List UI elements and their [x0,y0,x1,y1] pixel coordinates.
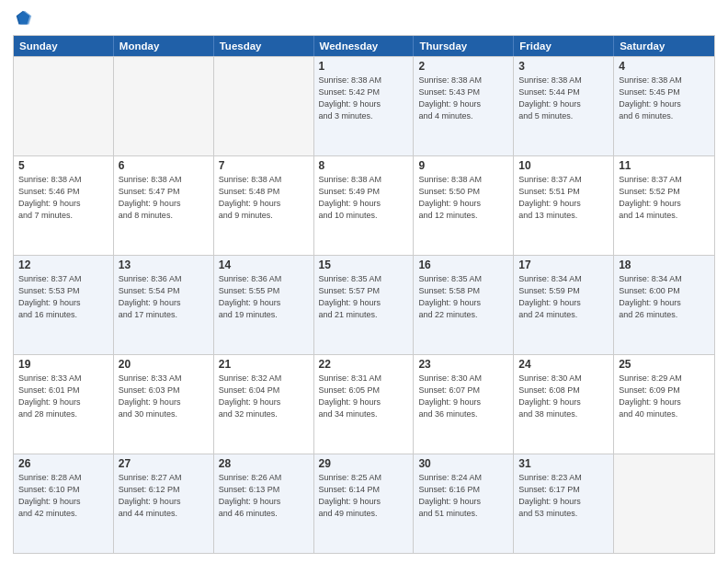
day-info: Sunrise: 8:38 AM Sunset: 5:46 PM Dayligh… [18,174,108,222]
calendar-day-cell: 5Sunrise: 8:38 AM Sunset: 5:46 PM Daylig… [14,156,114,255]
page: SundayMondayTuesdayWednesdayThursdayFrid… [0,0,728,563]
calendar-day-cell: 14Sunrise: 8:36 AM Sunset: 5:55 PM Dayli… [214,256,314,354]
day-info: Sunrise: 8:34 AM Sunset: 5:59 PM Dayligh… [518,273,609,321]
calendar-body: 1Sunrise: 8:38 AM Sunset: 5:42 PM Daylig… [14,56,714,553]
calendar-day-cell: 28Sunrise: 8:26 AM Sunset: 6:13 PM Dayli… [214,454,314,553]
calendar-header-cell: Saturday [614,36,714,56]
header [13,9,715,29]
day-number: 20 [119,358,209,371]
calendar-header-cell: Tuesday [214,36,314,56]
day-info: Sunrise: 8:38 AM Sunset: 5:50 PM Dayligh… [418,174,508,222]
day-number: 14 [219,259,309,271]
day-number: 17 [518,259,609,271]
logo-icon [13,9,33,29]
day-number: 6 [119,159,209,172]
day-info: Sunrise: 8:25 AM Sunset: 6:14 PM Dayligh… [319,472,409,520]
logo [13,9,37,29]
calendar-week: 1Sunrise: 8:38 AM Sunset: 5:42 PM Daylig… [14,56,714,155]
calendar-week: 19Sunrise: 8:33 AM Sunset: 6:01 PM Dayli… [14,354,714,454]
day-info: Sunrise: 8:29 AM Sunset: 6:09 PM Dayligh… [619,373,710,420]
calendar-day-cell: 26Sunrise: 8:28 AM Sunset: 6:10 PM Dayli… [14,454,114,553]
day-info: Sunrise: 8:38 AM Sunset: 5:48 PM Dayligh… [219,174,309,222]
day-info: Sunrise: 8:35 AM Sunset: 5:58 PM Dayligh… [418,273,508,321]
calendar-empty-cell [614,454,714,553]
calendar-day-cell: 6Sunrise: 8:38 AM Sunset: 5:47 PM Daylig… [114,156,214,255]
day-number: 22 [319,358,409,371]
calendar-header-cell: Thursday [414,36,514,56]
day-number: 21 [219,358,309,371]
calendar-day-cell: 27Sunrise: 8:27 AM Sunset: 6:12 PM Dayli… [114,454,214,553]
day-number: 19 [18,358,108,371]
day-number: 26 [18,457,108,470]
calendar-day-cell: 13Sunrise: 8:36 AM Sunset: 5:54 PM Dayli… [114,256,214,354]
day-number: 12 [18,259,108,271]
calendar-week: 12Sunrise: 8:37 AM Sunset: 5:53 PM Dayli… [14,255,714,354]
day-number: 31 [518,457,609,470]
calendar-header-cell: Wednesday [314,36,415,56]
day-info: Sunrise: 8:37 AM Sunset: 5:53 PM Dayligh… [18,273,108,321]
calendar-day-cell: 19Sunrise: 8:33 AM Sunset: 6:01 PM Dayli… [14,355,114,454]
day-number: 25 [619,358,710,371]
day-number: 24 [518,358,609,371]
day-info: Sunrise: 8:38 AM Sunset: 5:49 PM Dayligh… [319,174,409,222]
calendar-day-cell: 17Sunrise: 8:34 AM Sunset: 5:59 PM Dayli… [514,256,614,354]
day-number: 8 [319,159,409,172]
day-number: 30 [418,457,508,470]
day-info: Sunrise: 8:38 AM Sunset: 5:44 PM Dayligh… [518,75,609,122]
calendar-day-cell: 29Sunrise: 8:25 AM Sunset: 6:14 PM Dayli… [314,454,415,553]
calendar-day-cell: 23Sunrise: 8:30 AM Sunset: 6:07 PM Dayli… [414,355,514,454]
day-info: Sunrise: 8:38 AM Sunset: 5:45 PM Dayligh… [619,75,710,122]
day-info: Sunrise: 8:37 AM Sunset: 5:51 PM Dayligh… [518,174,609,222]
day-info: Sunrise: 8:36 AM Sunset: 5:55 PM Dayligh… [219,273,309,321]
day-number: 18 [619,259,710,271]
day-number: 15 [319,259,409,271]
day-info: Sunrise: 8:31 AM Sunset: 6:05 PM Dayligh… [319,373,409,420]
calendar-empty-cell [14,57,114,155]
day-number: 13 [119,259,209,271]
svg-marker-1 [18,11,32,25]
calendar-header-cell: Monday [114,36,214,56]
day-number: 29 [319,457,409,470]
day-number: 11 [619,159,710,172]
calendar-day-cell: 30Sunrise: 8:24 AM Sunset: 6:16 PM Dayli… [414,454,514,553]
day-info: Sunrise: 8:36 AM Sunset: 5:54 PM Dayligh… [119,273,209,321]
day-number: 4 [619,60,710,73]
calendar-day-cell: 31Sunrise: 8:23 AM Sunset: 6:17 PM Dayli… [514,454,614,553]
calendar-day-cell: 7Sunrise: 8:38 AM Sunset: 5:48 PM Daylig… [214,156,314,255]
day-info: Sunrise: 8:32 AM Sunset: 6:04 PM Dayligh… [219,373,309,420]
day-number: 23 [418,358,508,371]
calendar-day-cell: 16Sunrise: 8:35 AM Sunset: 5:58 PM Dayli… [414,256,514,354]
calendar-empty-cell [114,57,214,155]
day-info: Sunrise: 8:38 AM Sunset: 5:47 PM Dayligh… [119,174,209,222]
day-info: Sunrise: 8:23 AM Sunset: 6:17 PM Dayligh… [518,472,609,520]
calendar-day-cell: 25Sunrise: 8:29 AM Sunset: 6:09 PM Dayli… [614,355,714,454]
calendar-day-cell: 22Sunrise: 8:31 AM Sunset: 6:05 PM Dayli… [314,355,415,454]
calendar-week: 5Sunrise: 8:38 AM Sunset: 5:46 PM Daylig… [14,155,714,255]
day-number: 27 [119,457,209,470]
day-number: 7 [219,159,309,172]
calendar: SundayMondayTuesdayWednesdayThursdayFrid… [13,35,715,554]
calendar-day-cell: 12Sunrise: 8:37 AM Sunset: 5:53 PM Dayli… [14,256,114,354]
day-number: 2 [418,60,508,73]
calendar-day-cell: 10Sunrise: 8:37 AM Sunset: 5:51 PM Dayli… [514,156,614,255]
day-info: Sunrise: 8:28 AM Sunset: 6:10 PM Dayligh… [18,472,108,520]
day-info: Sunrise: 8:30 AM Sunset: 6:07 PM Dayligh… [418,373,508,420]
day-number: 1 [319,60,409,73]
calendar-week: 26Sunrise: 8:28 AM Sunset: 6:10 PM Dayli… [14,454,714,553]
calendar-day-cell: 21Sunrise: 8:32 AM Sunset: 6:04 PM Dayli… [214,355,314,454]
day-number: 5 [18,159,108,172]
day-info: Sunrise: 8:30 AM Sunset: 6:08 PM Dayligh… [518,373,609,420]
day-info: Sunrise: 8:33 AM Sunset: 6:01 PM Dayligh… [18,373,108,420]
day-info: Sunrise: 8:27 AM Sunset: 6:12 PM Dayligh… [119,472,209,520]
calendar-day-cell: 20Sunrise: 8:33 AM Sunset: 6:03 PM Dayli… [114,355,214,454]
calendar-header-cell: Sunday [14,36,114,56]
calendar-day-cell: 4Sunrise: 8:38 AM Sunset: 5:45 PM Daylig… [614,57,714,155]
calendar-day-cell: 9Sunrise: 8:38 AM Sunset: 5:50 PM Daylig… [414,156,514,255]
calendar-day-cell: 8Sunrise: 8:38 AM Sunset: 5:49 PM Daylig… [314,156,415,255]
day-info: Sunrise: 8:33 AM Sunset: 6:03 PM Dayligh… [119,373,209,420]
day-number: 28 [219,457,309,470]
day-info: Sunrise: 8:26 AM Sunset: 6:13 PM Dayligh… [219,472,309,520]
calendar-header-cell: Friday [514,36,614,56]
day-info: Sunrise: 8:38 AM Sunset: 5:42 PM Dayligh… [319,75,409,122]
day-info: Sunrise: 8:37 AM Sunset: 5:52 PM Dayligh… [619,174,710,222]
